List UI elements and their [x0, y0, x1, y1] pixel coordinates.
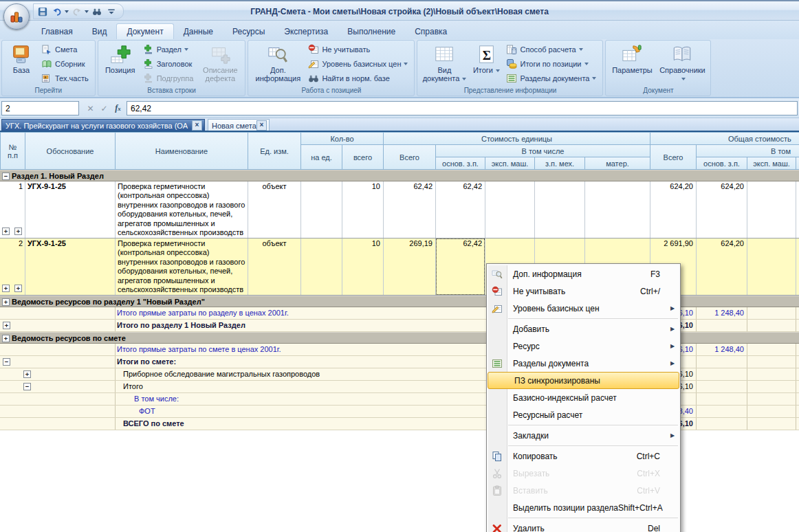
menu-item-Базисно-индексный расчет[interactable]: Базисно-индексный расчет [487, 389, 680, 406]
cell[interactable]: 10 [342, 181, 383, 238]
ribbon-button-doc-view[interactable]: Вид документа [419, 42, 469, 86]
total-cell[interactable] [747, 368, 796, 380]
cell[interactable]: УГХ-9-1-25 [25, 181, 115, 238]
expand-icon[interactable]: + [3, 322, 10, 329]
ribbon-button-parameters[interactable]: Параметры [608, 42, 656, 86]
ribbon-button-position-totals[interactable]: Итоги по позиции [505, 57, 599, 71]
cell[interactable]: 10 [342, 239, 383, 295]
menu-item-Вырезать[interactable]: ВырезатьCtrl+X [487, 465, 680, 482]
ribbon-button-add-header[interactable]: Заголовок [142, 57, 197, 71]
menu-item-Добавить[interactable]: Добавить▶ [487, 320, 680, 337]
total-cell[interactable] [696, 356, 747, 368]
menu-item-Ресурсный расчет[interactable]: Ресурсный расчет [487, 406, 680, 423]
ribbon-button-add-section[interactable]: Раздел [142, 43, 197, 56]
total-cell[interactable]: 1 248,40 [696, 307, 747, 319]
expand-icon[interactable]: + [23, 370, 31, 378]
total-cell[interactable] [747, 307, 796, 319]
total-cell[interactable] [796, 393, 799, 405]
tab-Ресурсы[interactable]: Ресурсы [223, 24, 274, 39]
total-cell[interactable] [796, 381, 799, 392]
close-tab-icon[interactable]: × [256, 120, 267, 131]
cell-reference-input[interactable] [1, 101, 79, 115]
cell[interactable]: объект [248, 181, 300, 238]
expand-icon[interactable]: + [2, 335, 10, 342]
ribbon-button-ignore[interactable]: Не учитывать [307, 43, 411, 56]
cell[interactable]: 62,42 [435, 239, 485, 295]
cell[interactable]: 269,19 [383, 239, 435, 295]
ribbon-button-tech-part[interactable]: AТех.часть [40, 71, 91, 85]
total-cell[interactable] [796, 356, 799, 368]
cell[interactable] [300, 181, 342, 238]
app-button[interactable] [3, 3, 30, 30]
cell[interactable]: Проверка герметичности (контрольная опре… [115, 239, 248, 295]
expand-icon[interactable]: + [2, 285, 10, 292]
total-cell[interactable] [796, 307, 799, 319]
cell[interactable]: Проверка герметичности (контрольная опре… [115, 181, 248, 238]
section-row[interactable]: −Раздел 1. Новый Раздел [0, 170, 799, 181]
total-cell[interactable] [696, 418, 747, 430]
menu-item-Удалить[interactable]: УдалитьDel [487, 520, 680, 532]
total-cell[interactable]: 1 248,40 [696, 344, 747, 355]
total-cell[interactable] [696, 393, 747, 405]
cell[interactable]: 624,20 [650, 181, 696, 238]
total-cell[interactable] [747, 418, 796, 430]
cell[interactable]: объект [248, 239, 300, 295]
tab-Справка[interactable]: Справка [405, 24, 457, 39]
expand-icon[interactable]: + [14, 228, 22, 235]
menu-item-Вставить[interactable]: ВставитьCtrl+V [487, 482, 680, 499]
cell[interactable]: 624,20 [696, 181, 747, 238]
ribbon-button-find-in-base[interactable]: Найти в норм. базе [307, 71, 411, 85]
ribbon-button-collection[interactable]: Сборник [40, 57, 91, 71]
ribbon-button-database[interactable]: База [4, 42, 39, 86]
function-icon[interactable]: fx [111, 102, 124, 115]
menu-item-Выделить позиции раздела[interactable]: Выделить позиции разделаShift+Ctrl+A [487, 499, 680, 516]
cancel-icon[interactable]: ✕ [84, 102, 97, 115]
cell[interactable] [584, 181, 650, 238]
cell[interactable] [485, 181, 534, 238]
total-cell[interactable] [696, 320, 747, 331]
total-cell[interactable] [796, 418, 799, 430]
total-cell[interactable] [696, 381, 747, 392]
cell[interactable]: 624,20 [696, 239, 747, 295]
cell[interactable]: 62,42 [435, 181, 485, 238]
formula-input[interactable] [127, 101, 798, 115]
expand-icon[interactable]: + [14, 285, 22, 292]
menu-item-ПЗ синхронизированы[interactable]: ПЗ синхронизированы [488, 372, 679, 389]
menu-item-Не учитывать[interactable]: Не учитыватьCtrl+/ [487, 282, 680, 300]
cell[interactable] [300, 239, 342, 295]
tab-Вид[interactable]: Вид [83, 24, 117, 39]
menu-item-Разделы документа[interactable]: Разделы документа▶ [487, 355, 680, 372]
tab-Выполнение[interactable]: Выполнение [338, 24, 405, 39]
total-cell[interactable] [747, 381, 796, 392]
total-cell[interactable] [796, 320, 799, 331]
tab-Экспертиза[interactable]: Экспертиза [274, 24, 338, 39]
ribbon-button-info-magnifier[interactable]: Доп. информация [250, 42, 305, 86]
ribbon-button-sigma[interactable]: ΣИтоги [469, 42, 503, 86]
total-cell[interactable] [747, 406, 796, 417]
tab-Главная[interactable]: Главная [32, 24, 83, 39]
menu-item-Закладки[interactable]: Закладки▶ [487, 427, 680, 444]
total-cell[interactable] [747, 356, 796, 368]
collapse-icon[interactable]: − [2, 173, 10, 180]
cell[interactable] [747, 239, 796, 295]
total-cell[interactable] [696, 368, 747, 380]
ribbon-button-estimate[interactable]: Смета [40, 43, 91, 56]
tab-Данные[interactable]: Данные [174, 24, 223, 39]
ribbon-button-doc-sections[interactable]: Разделы документа [505, 71, 599, 85]
menu-item-Доп. информация[interactable]: Доп. информацияF3 [487, 265, 680, 282]
cell[interactable] [747, 181, 796, 238]
menu-item-Ресурс[interactable]: Ресурс▶ [487, 337, 680, 355]
ribbon-button-defect[interactable]: Описание дефекта [197, 42, 243, 86]
ribbon-button-base-price-level[interactable]: Уровень базисных цен [307, 57, 411, 71]
total-cell[interactable] [796, 344, 799, 355]
close-tab-icon[interactable]: × [192, 120, 202, 131]
cell[interactable] [534, 181, 584, 238]
cell[interactable]: 62,42 [383, 181, 435, 238]
tab-Документ[interactable]: Документ [116, 23, 173, 39]
ribbon-button-add-subgroup[interactable]: Подгруппа [142, 71, 197, 85]
menu-item-Копировать[interactable]: КопироватьCtrl+C [487, 447, 680, 465]
ribbon-button-references[interactable]: Справочники [656, 42, 708, 86]
enter-icon[interactable]: ✓ [98, 102, 111, 115]
expand-icon[interactable]: + [2, 228, 10, 235]
ribbon-button-calc-method[interactable]: Способ расчета [505, 43, 599, 56]
